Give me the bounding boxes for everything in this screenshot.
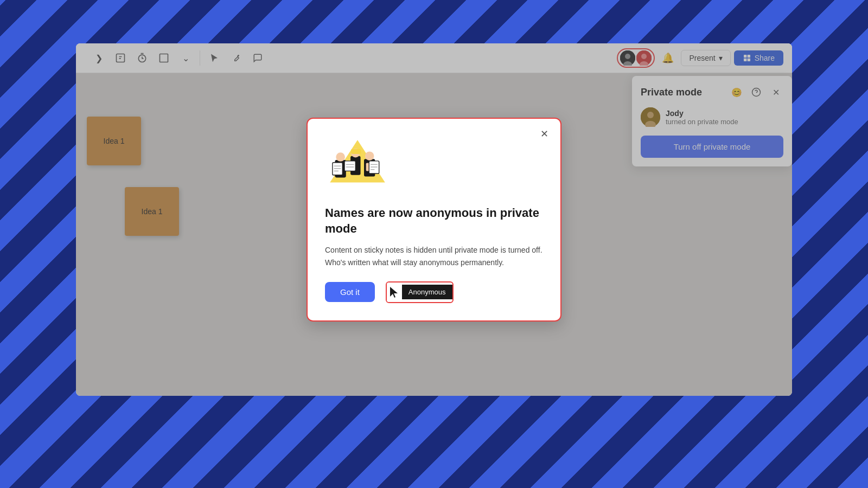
cursor-icon-area <box>387 282 402 302</box>
modal-description: Content on sticky notes is hidden until … <box>325 244 543 268</box>
modal-overlay: ✕ <box>76 43 792 396</box>
svg-rect-38 <box>351 149 361 154</box>
got-it-label: Got it <box>340 287 360 297</box>
svg-rect-39 <box>344 161 355 171</box>
anonymous-label: Anonymous <box>402 285 452 299</box>
private-mode-modal: ✕ <box>307 118 561 322</box>
modal-illustration <box>325 134 390 194</box>
modal-actions: Got it Anonymous <box>325 281 543 303</box>
got-it-btn[interactable]: Got it <box>325 282 375 302</box>
svg-point-30 <box>365 151 374 160</box>
modal-close-btn[interactable]: ✕ <box>537 126 552 142</box>
app-window: ❯ ⌄ <box>76 43 792 396</box>
modal-title: Names are now anonymous in private mode <box>325 206 543 236</box>
svg-point-23 <box>336 152 345 162</box>
cursor-arrow-icon <box>390 287 399 298</box>
anonymous-tooltip: Anonymous <box>386 281 454 303</box>
